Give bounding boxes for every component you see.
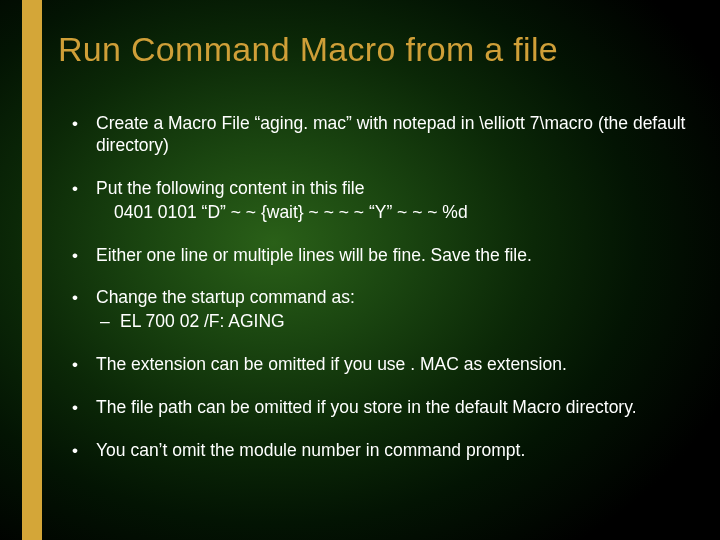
bullet-text: Either one line or multiple lines will b…	[96, 245, 532, 265]
list-item: You can’t omit the module number in comm…	[96, 440, 690, 462]
bullet-text: The file path can be omitted if you stor…	[96, 397, 637, 417]
list-item: The file path can be omitted if you stor…	[96, 397, 690, 419]
bullet-subdash: EL 700 02 /F: AGING	[96, 311, 690, 333]
accent-bar	[22, 0, 42, 540]
bullet-text: Put the following content in this file	[96, 178, 365, 198]
list-item: Either one line or multiple lines will b…	[96, 245, 690, 267]
bullet-text: Change the startup command as:	[96, 287, 355, 307]
bullet-text: The extension can be omitted if you use …	[96, 354, 567, 374]
list-item: Put the following content in this file 0…	[96, 178, 690, 224]
list-item: The extension can be omitted if you use …	[96, 354, 690, 376]
list-item: Change the startup command as: EL 700 02…	[96, 287, 690, 333]
slide-content: Run Command Macro from a file Create a M…	[58, 30, 690, 483]
bullet-list: Create a Macro File “aging. mac” with no…	[58, 113, 690, 462]
bullet-text: Create a Macro File “aging. mac” with no…	[96, 113, 685, 155]
bullet-text: You can’t omit the module number in comm…	[96, 440, 525, 460]
bullet-subtext: 0401 0101 “D” ~ ~ {wait} ~ ~ ~ ~ “Y” ~ ~…	[96, 202, 690, 224]
slide-title: Run Command Macro from a file	[58, 30, 690, 69]
list-item: Create a Macro File “aging. mac” with no…	[96, 113, 690, 157]
